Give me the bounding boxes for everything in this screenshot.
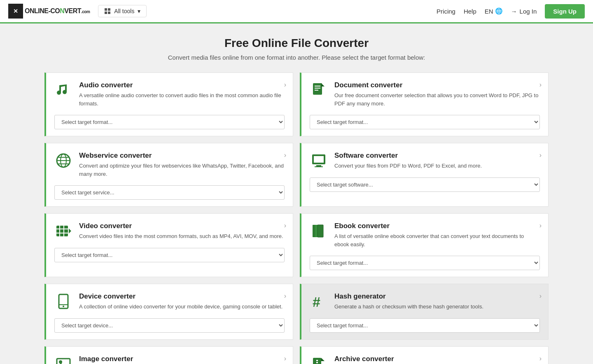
- svg-point-27: [63, 306, 64, 307]
- card-text-device: Device converter A collection of online …: [79, 292, 282, 311]
- globe-icon: 🌐: [495, 7, 503, 15]
- svg-rect-15: [316, 165, 321, 166]
- svg-rect-7: [315, 90, 318, 91]
- chevron-right-icon: ›: [284, 355, 286, 362]
- svg-rect-30: [57, 359, 70, 364]
- svg-rect-16: [315, 166, 323, 167]
- svg-rect-34: [316, 362, 318, 363]
- card-header-hash: # Hash generator Generate a hash or chec…: [310, 292, 540, 311]
- chevron-right-icon: ›: [284, 292, 286, 300]
- svg-marker-22: [69, 229, 71, 233]
- card-text-document: Document converter Our free document con…: [334, 81, 540, 107]
- hero-title: Free Online File Converter: [8, 37, 585, 50]
- card-document: › Document converter Our free document c…: [300, 72, 549, 136]
- chevron-right-icon: ›: [284, 152, 286, 159]
- card-hash: › # Hash generator Generate a hash or ch…: [300, 284, 549, 340]
- card-desc-device: A collection of online video converter f…: [79, 303, 282, 311]
- card-title-video: Video converter: [79, 222, 283, 230]
- select-audio[interactable]: Select target format...: [54, 115, 285, 129]
- card-desc-hash: Generate a hash or checksum with these h…: [334, 303, 483, 311]
- card-title-software: Software converter: [334, 152, 482, 160]
- pricing-link[interactable]: Pricing: [437, 8, 455, 15]
- select-software[interactable]: Select target software...: [310, 177, 540, 192]
- select-device[interactable]: Select target device...: [54, 318, 285, 333]
- card-title-document: Document converter: [334, 81, 540, 89]
- svg-rect-17: [56, 226, 68, 236]
- card-desc-document: Our free document converter selection th…: [334, 91, 540, 107]
- card-device: › Device converter A collection of onlin…: [44, 284, 293, 340]
- select-document[interactable]: Select target format...: [310, 115, 540, 129]
- card-image: › Image converter Here, you can find an …: [44, 346, 293, 364]
- card-text-video: Video converter Convert video files into…: [79, 222, 283, 240]
- logo[interactable]: ✕ ONLINE-CONVERT.com: [8, 4, 90, 19]
- card-desc-ebook: A list of versatile online ebook convert…: [334, 232, 540, 248]
- header: ✕ ONLINE-CONVERT.com All tools ▾ Pricing…: [0, 0, 593, 23]
- card-ebook: › Ebook converter A list of versatile on…: [300, 213, 549, 277]
- login-arrow-icon: →: [511, 8, 517, 15]
- login-label: Log In: [520, 8, 537, 15]
- card-header-device: Device converter A collection of online …: [54, 292, 285, 311]
- select-ebook[interactable]: Select target format...: [310, 256, 540, 270]
- help-link[interactable]: Help: [464, 8, 476, 15]
- logo-icon: ✕: [8, 4, 23, 19]
- converter-grid: › Audio converter A versatile online aud…: [0, 69, 593, 364]
- chevron-right-icon: ›: [539, 292, 542, 300]
- card-header-software: Software converter Convert your files fr…: [310, 152, 540, 170]
- icon-doc: [310, 81, 328, 99]
- svg-point-31: [59, 360, 62, 364]
- login-button[interactable]: → Log In: [511, 8, 537, 15]
- card-video: › Video converter Convert video files in…: [44, 213, 293, 277]
- card-text-ebook: Ebook converter A list of versatile onli…: [334, 222, 540, 248]
- svg-text:#: #: [313, 294, 320, 309]
- all-tools-button[interactable]: All tools ▾: [98, 5, 147, 17]
- card-desc-audio: A versatile online audio converter to co…: [79, 91, 285, 107]
- all-tools-label: All tools: [114, 8, 134, 14]
- card-text-audio: Audio converter A versatile online audio…: [79, 81, 285, 107]
- hero-subtitle: Convert media files online from one form…: [8, 54, 585, 61]
- select-webservice[interactable]: Select target service...: [54, 185, 285, 200]
- lang-label: EN: [485, 8, 493, 15]
- card-header-video: Video converter Convert video files into…: [54, 222, 285, 240]
- signup-button[interactable]: Sign Up: [545, 4, 585, 19]
- chevron-down-icon: ▾: [138, 8, 140, 14]
- select-video[interactable]: Select target format...: [54, 248, 285, 262]
- icon-device: [54, 292, 72, 310]
- card-title-image: Image converter: [79, 355, 285, 363]
- chevron-right-icon: ›: [284, 222, 286, 229]
- card-title-audio: Audio converter: [79, 81, 285, 89]
- card-title-ebook: Ebook converter: [334, 222, 540, 230]
- select-hash[interactable]: Select target format...: [310, 318, 540, 333]
- icon-image: [54, 355, 72, 364]
- icon-web: [54, 152, 72, 170]
- svg-rect-5: [315, 86, 320, 86]
- nav-right: Pricing Help EN 🌐 → Log In Sign Up: [437, 4, 585, 19]
- card-text-archive: Archive converter Create archive files l…: [334, 355, 479, 364]
- icon-hash: #: [310, 292, 328, 310]
- chevron-right-icon: ›: [539, 222, 542, 229]
- card-text-image: Image converter Here, you can find an im…: [79, 355, 285, 364]
- card-text-webservice: Webservice converter Convert and optimiz…: [79, 152, 285, 178]
- card-header-ebook: Ebook converter A list of versatile onli…: [310, 222, 540, 248]
- card-desc-webservice: Convert and optimize your files for webs…: [79, 162, 285, 178]
- svg-rect-25: [318, 225, 323, 237]
- svg-rect-4: [313, 83, 322, 95]
- card-desc-software: Convert your files from PDF to Word, PDF…: [334, 162, 482, 170]
- card-title-device: Device converter: [79, 292, 282, 301]
- card-text-hash: Hash generator Generate a hash or checks…: [334, 292, 483, 311]
- card-title-hash: Hash generator: [334, 292, 483, 301]
- language-selector[interactable]: EN 🌐: [485, 7, 503, 15]
- card-header-image: Image converter Here, you can find an im…: [54, 355, 285, 364]
- chevron-right-icon: ›: [284, 81, 286, 89]
- card-title-webservice: Webservice converter: [79, 152, 285, 160]
- icon-archive: [310, 355, 328, 364]
- card-title-archive: Archive converter: [334, 355, 479, 363]
- svg-rect-0: [105, 8, 107, 11]
- grid-icon: [104, 8, 111, 14]
- card-header-archive: Archive converter Create archive files l…: [310, 355, 540, 364]
- svg-rect-33: [316, 360, 318, 361]
- icon-music: [54, 81, 72, 99]
- chevron-right-icon: ›: [539, 81, 542, 89]
- card-desc-video: Convert video files into the most common…: [79, 232, 283, 240]
- hero-section: Free Online File Converter Convert media…: [0, 23, 593, 69]
- icon-video: [54, 222, 72, 240]
